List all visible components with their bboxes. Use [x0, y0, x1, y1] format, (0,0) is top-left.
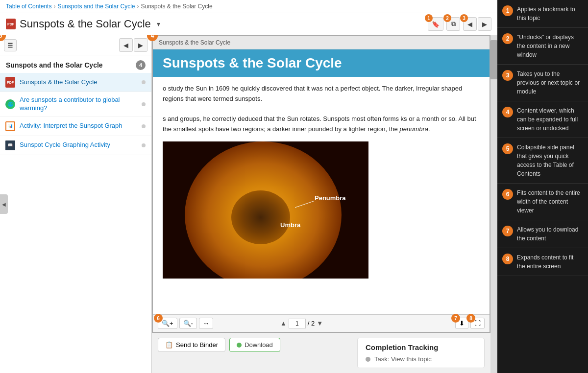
annotation-item-4: 4 Content viewer, which can be expanded …: [497, 101, 588, 138]
collapse-tab[interactable]: ◀: [0, 194, 8, 214]
bottom-toolbar: 6 🔍+ 🔍- ↔ ▲ / 2 ▼ 7: [153, 314, 490, 332]
zoom-out-btn[interactable]: 🔍-: [179, 318, 197, 329]
breadcrumb-link-1[interactable]: Table of Contents: [6, 3, 51, 10]
bookmark-badge: 1: [425, 14, 433, 22]
nav-btn-wrapper: 3 ◀ ▶: [463, 17, 491, 31]
side-panel-next-btn[interactable]: ▶: [134, 38, 147, 52]
ann-text-5: Collapsible side panel that gives you qu…: [517, 143, 583, 178]
completion-task: Task: View this topic: [366, 355, 476, 363]
download-btn-label: Download: [245, 341, 273, 349]
collapse-arrow-icon: ◀: [2, 202, 6, 207]
badge-6: 6: [154, 314, 163, 323]
side-panel-prev-btn[interactable]: ◀: [119, 38, 133, 52]
next-button[interactable]: ▶: [478, 17, 491, 31]
task-label: Task: View this topic: [374, 355, 432, 363]
toc-icon-globe: 🌐: [5, 99, 16, 110]
ann-text-6: Fits content to the entire width of the …: [517, 188, 583, 215]
toc-section-title: Sunspots and the Solar Cycle: [6, 61, 103, 69]
ann-text-1: Applies a bookmark to this topic: [517, 5, 583, 23]
content-para-2: s and groups, he correctly deduced that …: [163, 114, 480, 135]
badge-4: 4: [147, 35, 158, 41]
title-dropdown-btn[interactable]: ▾: [157, 20, 160, 28]
page-number-input[interactable]: [289, 319, 306, 328]
page-down-arrow: ▼: [317, 320, 323, 327]
download-btn[interactable]: Download: [229, 338, 280, 352]
scrollbar-track[interactable]: [490, 35, 497, 373]
book-icon-3: 📖: [5, 140, 15, 150]
breadcrumb-current: Sunspots & the Solar Cycle: [141, 3, 213, 10]
toc-icon-pdf: PDF: [5, 77, 16, 88]
content-title-bar: Sunspots & the Solar Cycle: [153, 49, 490, 77]
viewer-wrapper: ◀ 5 ☰ ◀ ▶ Sunspots and the Solar Cycle: [0, 35, 497, 373]
ann-badge-1: 1: [502, 5, 513, 16]
scrollbar-thumb[interactable]: [490, 40, 497, 79]
penumbra-label: Penumbra: [315, 194, 346, 202]
ann-badge-8: 8: [502, 254, 513, 264]
sunspot-image: Penumbra Umbra: [163, 141, 368, 279]
content-viewer-header: Sunspots & the Solar Cycle: [153, 36, 490, 49]
badge-7: 7: [451, 314, 460, 323]
title-bar-left: PDF Sunspots & the Solar Cycle ▾: [6, 18, 160, 30]
badge-5: 5: [0, 35, 6, 41]
toc-count: 4: [136, 60, 146, 70]
send-to-binder-btn[interactable]: 📋 Send to Binder: [158, 338, 225, 352]
side-panel: ☰ ◀ ▶ Sunspots and the Solar Cycle 4 PDF: [0, 35, 152, 373]
title-pdf-icon: PDF: [6, 19, 16, 29]
task-dot-icon: [366, 357, 370, 362]
annotation-item-7: 7 Allows you to download the content: [497, 220, 588, 248]
bottom-right-btns: 7 ⬇ 8 ⛶: [455, 318, 485, 329]
fit-width-btn-wrapper: 6 🔍+: [158, 318, 177, 329]
svg-point-2: [231, 190, 290, 244]
page-separator: / 2: [308, 320, 315, 327]
side-panel-tab-row: ☰ ◀ ▶: [0, 35, 151, 55]
content-body: Sunspots & the Solar Cycle o study the S…: [153, 49, 490, 314]
sunspot-svg: Penumbra Umbra: [163, 141, 368, 279]
fit-width-btn[interactable]: ↔: [199, 318, 213, 329]
completion-title: Completion Tracking: [366, 343, 476, 351]
breadcrumb-link-2[interactable]: Sunspots and the Solar Cycle: [57, 3, 135, 10]
download-dot-icon: [237, 343, 242, 348]
annotation-item-3: 3 Takes you to the previous or next topi…: [497, 65, 588, 101]
page-title: Sunspots & the Solar Cycle: [20, 18, 151, 30]
binder-icon: 📋: [165, 341, 173, 349]
fullscreen-btn-wrapper: 8 ⛶: [470, 318, 485, 329]
content-heading: Sunspots & the Solar Cycle: [163, 55, 480, 71]
toc-label-1: Are sunspots a contributor to global war…: [20, 96, 138, 113]
toc-item-3[interactable]: 📖 Sunspot Cycle Graphing Activity: [0, 136, 151, 155]
completion-tracking: Completion Tracking Task: View this topi…: [357, 338, 485, 368]
toc-label-3: Sunspot Cycle Graphing Activity: [20, 141, 138, 149]
ann-badge-2: 2: [502, 33, 513, 44]
activity-icon-2: 📊: [5, 121, 15, 131]
toc-item-2[interactable]: 📊 Activity: Interpret the Sunspot Graph: [0, 117, 151, 136]
breadcrumb: Table of Contents › Sunspots and the Sol…: [0, 0, 497, 13]
toc-dot-3: [142, 143, 146, 147]
umbra-label: Umbra: [280, 221, 301, 229]
toc-section-header: Sunspots and the Solar Cycle 4: [0, 55, 151, 73]
content-text-1: o study the Sun in 1609 he quickly disco…: [153, 77, 490, 141]
title-bar-right: 1 🔖 2 ⧉ 3 ◀ ▶: [428, 17, 491, 31]
title-bar: PDF Sunspots & the Solar Cycle ▾ 1 🔖 2 ⧉…: [0, 13, 497, 35]
ann-text-2: "Undocks" or displays the content in a n…: [517, 33, 583, 59]
side-panel-nav: ◀ ▶: [119, 38, 147, 52]
page-up-arrow: ▲: [280, 320, 287, 327]
ann-text-8: Expands content to fit the entire screen: [517, 253, 583, 271]
ann-badge-3: 3: [502, 70, 513, 81]
toc-item-0[interactable]: PDF Sunspots & the Solar Cycle: [0, 73, 151, 92]
undock-btn-wrapper: 2 ⧉: [446, 17, 460, 31]
below-viewer: 📋 Send to Binder Download Completion Tra…: [152, 333, 490, 373]
annotation-panel: 1 Applies a bookmark to this topic 2 "Un…: [497, 0, 588, 373]
annotation-item-8: 8 Expands content to fit the entire scre…: [497, 248, 588, 276]
undock-badge: 2: [443, 14, 451, 22]
toc-dot-0: [142, 80, 146, 84]
breadcrumb-sep-2: ›: [137, 3, 139, 10]
toc-item-1[interactable]: 🌐 Are sunspots a contributor to global w…: [0, 92, 151, 117]
toc-icon-activity: 📊: [5, 121, 16, 132]
bookmark-btn-wrapper: 1 🔖: [428, 17, 443, 31]
sunspot-image-container: Penumbra Umbra: [153, 141, 490, 279]
nav-badge: 3: [460, 14, 468, 22]
toc-label-0: Sunspots & the Solar Cycle: [20, 78, 138, 87]
pdf-icon-0: PDF: [5, 77, 15, 88]
annotation-item-2: 2 "Undocks" or displays the content in a…: [497, 28, 588, 65]
ann-text-3: Takes you to the previous or next topic …: [517, 70, 583, 96]
toc-dot-2: [142, 124, 146, 128]
